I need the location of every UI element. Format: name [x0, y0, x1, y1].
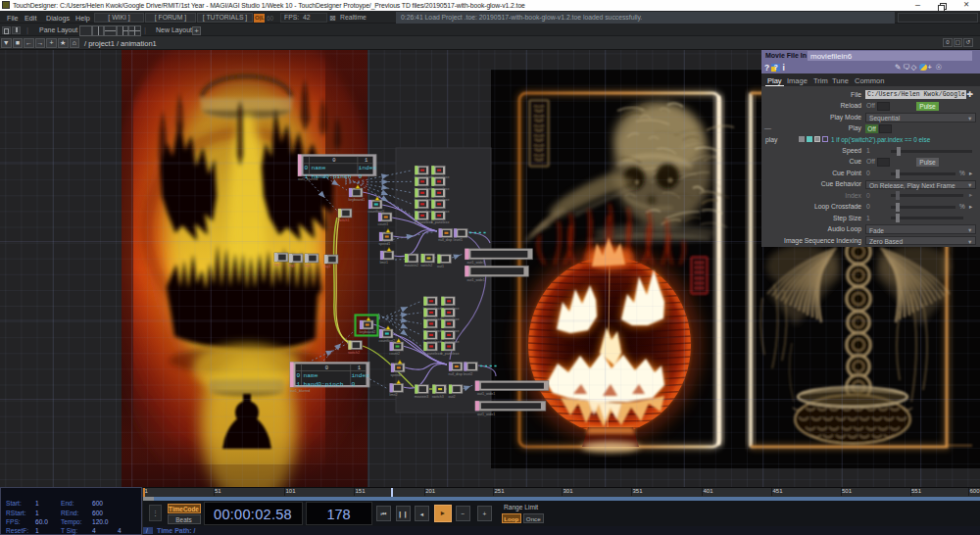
svg-text:out1_wide1: out1_wide1	[466, 261, 484, 265]
svg-text:lag1: lag1	[305, 264, 312, 268]
svg-text:out1_blurred: out1_blurred	[298, 177, 318, 181]
svg-text:b_panelexe: b_panelexe	[423, 352, 442, 356]
svg-text:limit2: limit2	[389, 393, 397, 397]
svg-text:switch3: switch3	[432, 395, 444, 399]
svg-text:b_panelexe: b_panelexe	[431, 220, 450, 224]
svg-text:speed1: speed1	[379, 242, 391, 246]
svg-text:level2: level2	[464, 372, 472, 376]
svg-text:keyboard2: keyboard2	[360, 330, 376, 334]
svg-text:hand0:pinch: hand0:pinch	[304, 381, 344, 388]
svg-text:b_panelexe: b_panelexe	[441, 352, 460, 356]
svg-text:moviein2: moviein2	[405, 264, 418, 268]
svg-text:out1: out1	[437, 265, 444, 268]
svg-text:switch1: switch1	[338, 219, 350, 222]
svg-text:out1_wide1: out1_wide1	[477, 392, 495, 396]
svg-text:index: index	[359, 165, 377, 171]
svg-text:out1_wide1: out1_wide1	[477, 413, 495, 416]
svg-text:out2: out2	[449, 395, 456, 399]
svg-text:0: 0	[351, 381, 355, 388]
svg-text:count1: count1	[378, 222, 389, 226]
svg-text:null_disp: null_disp	[438, 238, 452, 242]
svg-text:0: 0	[332, 157, 335, 164]
svg-text:limit1: limit1	[380, 261, 388, 265]
svg-text:speed2: speed2	[391, 373, 403, 377]
svg-text:0: 0	[359, 173, 363, 180]
svg-text:level1: level1	[454, 238, 463, 242]
svg-text:0: 0	[305, 165, 309, 171]
svg-text:name: name	[304, 372, 318, 379]
svg-text:keyboard1: keyboard1	[349, 198, 366, 202]
svg-text:moviein3: moviein3	[415, 395, 428, 399]
svg-text:switch2: switch2	[348, 351, 360, 355]
svg-text:lag1: lag1	[289, 264, 296, 268]
svg-text:lag1: lag1	[324, 265, 331, 268]
svg-text:out1_wide1: out1_wide1	[466, 278, 484, 282]
svg-text:null_disp: null_disp	[449, 372, 463, 376]
svg-text:switch2: switch2	[420, 264, 432, 268]
svg-text:0: 0	[297, 372, 301, 379]
svg-text:0: 0	[325, 365, 328, 371]
svg-text:out1_blurred: out1_blurred	[290, 389, 310, 393]
svg-text:index: index	[351, 372, 369, 379]
svg-text:count2: count2	[389, 352, 400, 356]
svg-text:1: 1	[297, 381, 301, 388]
svg-text:b_panelexe: b_panelexe	[415, 220, 433, 224]
svg-text:name: name	[312, 165, 326, 171]
svg-text:lag1: lag1	[274, 263, 281, 267]
